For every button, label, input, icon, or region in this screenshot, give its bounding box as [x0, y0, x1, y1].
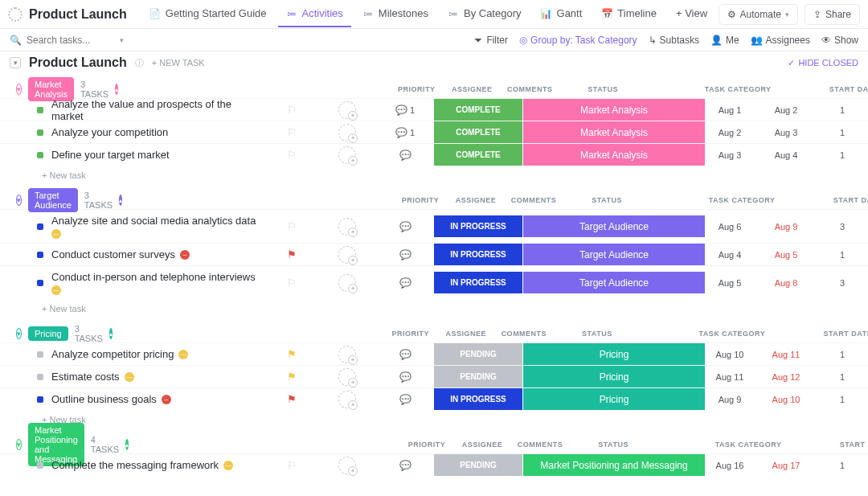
group-pill[interactable]: Target Audience: [28, 188, 78, 212]
task-row[interactable]: Complete the messaging framework — ⚐ 💬 P…: [0, 453, 868, 476]
category-cell[interactable]: Pricing: [523, 343, 705, 365]
priority-flag[interactable]: ⚐: [265, 220, 318, 232]
status-cell[interactable]: COMPLETE: [434, 99, 522, 121]
priority-flag[interactable]: ⚐: [265, 126, 318, 138]
comments-button[interactable]: 💬: [376, 394, 434, 405]
assignee-button[interactable]: [318, 246, 376, 264]
automate-button[interactable]: ⚙Automate▾: [719, 4, 798, 25]
task-name[interactable]: Analyze site and social media analytics …: [51, 215, 265, 239]
task-name[interactable]: Estimate costs —: [51, 371, 265, 383]
priority-flag[interactable]: ⚑: [265, 348, 318, 360]
due-date[interactable]: Aug 2: [755, 105, 817, 115]
collapse-list-button[interactable]: ▾: [10, 57, 21, 68]
start-date[interactable]: Aug 16: [705, 461, 755, 470]
start-date[interactable]: Aug 6: [705, 222, 755, 232]
group-toggle-icon[interactable]: ▴: [109, 328, 113, 339]
priority-flag[interactable]: ⚑: [265, 248, 318, 260]
priority-flag[interactable]: ⚐: [265, 149, 318, 161]
status-cell[interactable]: COMPLETE: [434, 121, 522, 143]
task-name[interactable]: Conduct customer surveys –: [51, 248, 265, 260]
start-date[interactable]: Aug 4: [705, 250, 755, 260]
task-name[interactable]: Analyze the value and prospects of the m…: [51, 98, 265, 122]
due-date[interactable]: Aug 17: [755, 461, 817, 470]
group-collapse-button[interactable]: ▾: [16, 328, 22, 339]
category-cell[interactable]: Target Audience: [523, 272, 705, 293]
show-button[interactable]: 👁Show: [821, 35, 858, 46]
assignee-button[interactable]: [318, 218, 376, 236]
task-row[interactable]: Analyze site and social media analytics …: [0, 209, 868, 243]
search-input[interactable]: 🔍 ▾: [10, 35, 138, 46]
tab-activities[interactable]: ≔Activities: [278, 1, 351, 27]
comments-button[interactable]: 💬: [376, 221, 434, 232]
task-name[interactable]: Outline business goals –: [51, 393, 265, 405]
app-logo[interactable]: [8, 7, 23, 22]
status-cell[interactable]: PENDING: [434, 454, 522, 476]
start-date[interactable]: Aug 1: [705, 105, 755, 115]
group-collapse-button[interactable]: ▾: [16, 84, 22, 95]
group-toggle-icon[interactable]: ▴: [115, 84, 118, 95]
due-date[interactable]: Aug 9: [755, 222, 817, 232]
status-cell[interactable]: IN PROGRESS: [434, 388, 522, 410]
status-cell[interactable]: PENDING: [434, 343, 522, 365]
chevron-down-icon[interactable]: ▾: [120, 36, 124, 44]
due-date[interactable]: Aug 3: [755, 128, 817, 137]
assignee-button[interactable]: [318, 274, 376, 292]
assignee-button[interactable]: [318, 346, 376, 363]
task-name[interactable]: Conduct in-person and telephone intervie…: [51, 271, 265, 295]
group-pill[interactable]: Pricing: [28, 326, 68, 341]
assignees-button[interactable]: 👥Assignees: [751, 35, 810, 46]
due-date[interactable]: Aug 12: [755, 372, 817, 382]
share-button[interactable]: ⇪Share: [805, 4, 860, 25]
status-cell[interactable]: PENDING: [434, 366, 522, 387]
assignee-button[interactable]: [318, 391, 376, 408]
task-name[interactable]: Analyze competitor pricing —: [51, 348, 265, 360]
category-cell[interactable]: Pricing: [523, 388, 705, 410]
tab-gantt[interactable]: 📊Gantt: [533, 1, 591, 27]
new-task-button[interactable]: + NEW TASK: [152, 58, 205, 68]
add-task-button[interactable]: + New task: [0, 166, 868, 185]
priority-flag[interactable]: ⚐: [265, 459, 318, 471]
status-cell[interactable]: IN PROGRESS: [434, 244, 522, 265]
category-cell[interactable]: Target Audience: [523, 244, 705, 265]
group-toggle-icon[interactable]: ▴: [125, 439, 129, 450]
task-row[interactable]: Analyze the value and prospects of the m…: [0, 98, 868, 121]
info-icon[interactable]: ⓘ: [135, 57, 144, 69]
assignee-button[interactable]: [318, 101, 376, 119]
comments-button[interactable]: 💬: [376, 349, 434, 360]
category-cell[interactable]: Target Audience: [523, 215, 705, 237]
comments-button[interactable]: 💬: [376, 150, 434, 161]
add-view-button[interactable]: + View: [668, 1, 715, 27]
comments-button[interactable]: 💬: [376, 460, 434, 471]
status-cell[interactable]: IN PROGRESS: [434, 215, 522, 237]
priority-flag[interactable]: ⚐: [265, 104, 318, 116]
priority-flag[interactable]: ⚐: [265, 277, 318, 289]
hide-closed-button[interactable]: ✓HIDE CLOSED: [788, 58, 858, 68]
due-date[interactable]: Aug 5: [755, 250, 817, 260]
comments-button[interactable]: 💬1: [376, 127, 434, 138]
category-cell[interactable]: Market Analysis: [523, 144, 705, 166]
start-date[interactable]: Aug 2: [705, 128, 755, 137]
task-name[interactable]: Analyze your competition: [51, 126, 265, 138]
tab-milestones[interactable]: ≔Milestones: [354, 1, 436, 27]
group-collapse-button[interactable]: ▾: [16, 195, 22, 206]
priority-flag[interactable]: ⚑: [265, 393, 318, 405]
due-date[interactable]: Aug 11: [755, 350, 817, 359]
assignee-button[interactable]: [318, 457, 376, 474]
tab-getting-started[interactable]: 📄Getting Started Guide: [141, 1, 275, 27]
category-cell[interactable]: Market Analysis: [523, 121, 705, 143]
task-row[interactable]: Conduct in-person and telephone intervie…: [0, 265, 868, 299]
start-date[interactable]: Aug 10: [705, 350, 755, 359]
start-date[interactable]: Aug 5: [705, 278, 755, 288]
start-date[interactable]: Aug 9: [705, 395, 755, 404]
due-date[interactable]: Aug 10: [755, 395, 817, 404]
group-toggle-icon[interactable]: ▴: [119, 195, 122, 206]
group-by-button[interactable]: ◎Group by: Task Category: [519, 35, 637, 46]
task-name[interactable]: Complete the messaging framework —: [51, 459, 265, 471]
task-row[interactable]: Outline business goals – ⚑ 💬 IN PROGRESS…: [0, 387, 868, 410]
category-cell[interactable]: Market Positioning and Messaging: [523, 454, 705, 476]
me-button[interactable]: 👤Me: [710, 35, 739, 46]
assignee-button[interactable]: [318, 124, 376, 141]
task-row[interactable]: Estimate costs — ⚑ 💬 PENDING Pricing Aug…: [0, 365, 868, 387]
add-task-button[interactable]: + New task: [0, 299, 868, 318]
task-row[interactable]: Define your target market ⚐ 💬 COMPLETE M…: [0, 143, 868, 166]
